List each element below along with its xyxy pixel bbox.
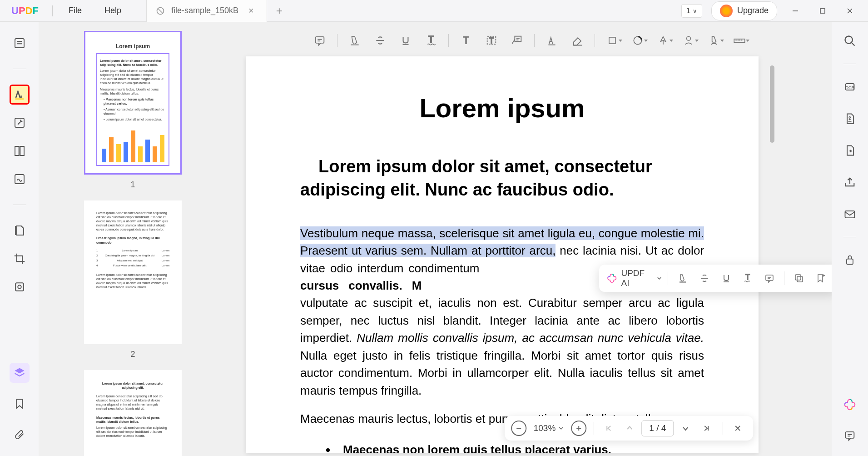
protect-button[interactable]: [841, 251, 859, 269]
thumbnail-number-2: 2: [130, 350, 135, 359]
sel-squiggly-button[interactable]: T: [739, 269, 757, 288]
svg-rect-43: [766, 275, 773, 281]
page-dropdown[interactable]: 1 ∨: [681, 4, 702, 18]
thumbnail-page-3[interactable]: Lorem ipsum dolor sit amet, consectetur …: [84, 370, 182, 456]
upgrade-button[interactable]: Upgrade: [711, 1, 777, 20]
selection-toolbar: UPDF AI T: [599, 265, 837, 292]
right-toolbar: OCR: [832, 22, 868, 456]
svg-text:T: T: [428, 35, 434, 44]
tools-button[interactable]: [10, 277, 30, 297]
pencil-button[interactable]: [541, 31, 563, 50]
ai-icon: [606, 272, 617, 284]
minimize-button[interactable]: [786, 2, 804, 20]
separator: [52, 5, 53, 16]
first-page-button[interactable]: [600, 419, 618, 437]
svg-rect-63: [846, 432, 854, 438]
close-nav-button[interactable]: [729, 419, 747, 437]
email-button[interactable]: [841, 205, 859, 223]
edit-mode-button[interactable]: [10, 113, 30, 133]
doc-bullet-list: Maecenas non lorem quis tellus placerat …: [337, 439, 704, 453]
eraser-button[interactable]: [566, 31, 588, 50]
shape-button[interactable]: [601, 31, 623, 50]
separator: [534, 34, 535, 47]
attachment-button[interactable]: [10, 425, 30, 445]
menu-file[interactable]: File: [57, 6, 93, 15]
thumbnail-page-1[interactable]: Lorem ipsum Lorem ipsum dolor sit amet, …: [84, 31, 182, 175]
separator: [595, 34, 595, 47]
maximize-button[interactable]: [813, 2, 832, 20]
bookmark-button[interactable]: [10, 394, 30, 414]
compress-button[interactable]: [841, 141, 859, 160]
left-toolbar: [0, 22, 39, 456]
page-navigation-bar: 103% 1 / 4: [505, 416, 754, 441]
sticker-button[interactable]: [652, 31, 674, 50]
updf-ai-button[interactable]: UPDF AI: [606, 268, 662, 288]
separator: [593, 422, 593, 435]
ocr-button[interactable]: OCR: [841, 78, 859, 96]
crop-button[interactable]: [10, 249, 30, 269]
svg-line-58: [852, 43, 855, 46]
sel-copy-button[interactable]: [790, 269, 808, 288]
strikethrough-button[interactable]: [369, 31, 391, 50]
separator: [722, 422, 722, 435]
signature-button[interactable]: [678, 31, 699, 50]
callout-button[interactable]: [506, 31, 528, 50]
page-indicator[interactable]: 1 / 4: [641, 420, 674, 436]
stamp-button[interactable]: [627, 31, 649, 50]
svg-rect-47: [795, 275, 801, 280]
underline-button[interactable]: [395, 31, 417, 50]
sel-underline-button[interactable]: [717, 269, 735, 288]
close-button[interactable]: [841, 2, 859, 20]
tab-close-button[interactable]: ×: [245, 5, 258, 16]
svg-rect-6: [15, 39, 24, 48]
zoom-out-button[interactable]: [511, 421, 526, 436]
text-button[interactable]: T: [455, 31, 477, 50]
main-area: Lorem ipsum Lorem ipsum dolor sit amet, …: [0, 22, 868, 456]
sel-bookmark-button[interactable]: [812, 269, 830, 288]
svg-line-1: [158, 9, 163, 13]
titlebar: UPDF File Help file-sample_150kB × + 1 ∨…: [0, 0, 868, 22]
svg-rect-61: [845, 211, 855, 218]
doc-paragraph-1: Vestibulum neque massa, scelerisque sit …: [300, 225, 704, 400]
ai-assistant-button[interactable]: [841, 396, 859, 414]
svg-rect-62: [847, 259, 853, 265]
upgrade-label: Upgrade: [737, 6, 769, 15]
sel-strikethrough-button[interactable]: [695, 269, 714, 288]
document-tab[interactable]: file-sample_150kB ×: [146, 0, 267, 22]
search-button[interactable]: [841, 32, 859, 50]
scrollbar[interactable]: [770, 65, 774, 143]
layers-button[interactable]: [10, 363, 30, 383]
highlight-button[interactable]: [344, 31, 366, 50]
separator: [843, 237, 856, 237]
zoom-in-button[interactable]: [571, 421, 586, 436]
svg-rect-46: [797, 276, 803, 282]
thumbnail-page-2[interactable]: Lorem ipsum dolor sit amet consectetur a…: [84, 200, 182, 344]
tab-pdf-icon: [156, 6, 165, 15]
menu-help[interactable]: Help: [93, 6, 133, 15]
svg-rect-9: [15, 98, 24, 100]
convert-button[interactable]: [841, 110, 859, 128]
note-button[interactable]: [309, 31, 331, 50]
new-tab-button[interactable]: +: [267, 5, 292, 17]
comment-mode-button[interactable]: [10, 85, 30, 105]
reader-mode-button[interactable]: [10, 33, 30, 53]
zoom-level[interactable]: 103%: [529, 423, 569, 433]
prev-page-button[interactable]: [620, 419, 639, 437]
last-page-button[interactable]: [697, 419, 715, 437]
svg-text:T: T: [746, 273, 750, 281]
share-button[interactable]: [841, 173, 859, 191]
measure-button[interactable]: [729, 31, 750, 50]
next-page-button[interactable]: [676, 419, 694, 437]
sel-highlight-button[interactable]: [674, 269, 692, 288]
textbox-button[interactable]: T: [481, 31, 502, 50]
squiggly-button[interactable]: T: [420, 31, 442, 50]
svg-rect-14: [15, 283, 24, 291]
redact-button[interactable]: [10, 220, 30, 241]
page-view[interactable]: Lorem ipsum Lorem ipsum dolor sit amet, …: [246, 56, 759, 453]
doc-subtitle: Lorem ipsum dolor sit amet, consectetur …: [300, 155, 704, 202]
area-highlight-button[interactable]: [703, 31, 725, 50]
fill-sign-button[interactable]: [10, 169, 30, 189]
organize-pages-button[interactable]: [10, 141, 30, 161]
comments-panel-button[interactable]: [841, 426, 859, 445]
sel-comment-button[interactable]: [760, 269, 779, 288]
